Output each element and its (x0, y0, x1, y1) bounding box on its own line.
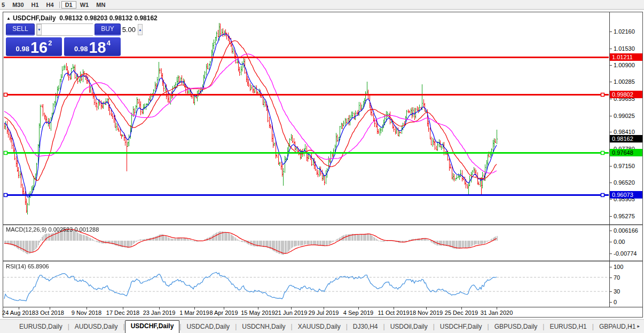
buy-price-pip: 4 (107, 39, 111, 47)
price-tick-mark (610, 99, 612, 99)
indicator-tick-mark (610, 291, 612, 292)
price-level-tag: 0.99802 (610, 91, 642, 98)
date-axis[interactable]: 24 Aug 20183 Oct 20189 Nov 201817 Dec 20… (3, 307, 609, 318)
chart-title: ▲USDCHF,Daily 0.98132 0.98203 0.98132 0.… (6, 14, 158, 22)
chart-tab-dj30-h4[interactable]: DJ30,H4 (348, 321, 383, 333)
collapse-icon[interactable]: ▲ (6, 16, 11, 21)
date-tick-label: 4 Sep 2019 (343, 310, 373, 316)
date-axis-border (3, 307, 642, 307)
indicator-tick-label: 0 (614, 299, 617, 305)
indicator-tick-label: 70 (614, 274, 620, 281)
chart-tab-usdcad-daily[interactable]: USDCAD,Daily (181, 321, 235, 333)
volume-stepper: ▼ ▲ (36, 23, 93, 36)
price-tick-mark (610, 49, 612, 49)
chart-tab-audusd-daily[interactable]: AUDUSD,Daily (69, 321, 123, 333)
chart-tab-eurusd-h1[interactable]: EURUSD,H1 (544, 321, 592, 333)
price-tick-label: 0.99025 (614, 113, 635, 119)
price-tick-mark (610, 132, 612, 132)
price-tick-label: 0.98410 (614, 129, 635, 135)
indicator-tick-label: 100 (614, 264, 623, 270)
chart-tab-bar: ◂ ▸EURUSD,Daily|AUDUSD,Daily|USDCHF,Dail… (0, 319, 644, 333)
indicator-tick-mark (610, 302, 612, 303)
price-level-tag: 0.98162 (610, 135, 642, 142)
date-tick-label: 15 May 2019 (241, 310, 275, 316)
date-tick-label: 21 Jun 2019 (275, 310, 308, 316)
rsi-axis: 10070300 (610, 261, 642, 307)
date-tick-label: 18 Nov 2019 (410, 310, 443, 316)
indicator-tick-label: 0.006166 (614, 227, 638, 234)
chart-tab-usdchf-daily[interactable]: USDCHF,Daily (125, 320, 180, 333)
volume-input[interactable] (42, 24, 138, 35)
price-tick-mark (610, 166, 612, 166)
price-level-tag: 0.97648 (610, 149, 642, 156)
date-tick-label: 17 Dec 2018 (106, 310, 139, 316)
chart-tab-usdoil-daily[interactable]: USDOil,Daily (385, 321, 433, 333)
sell-price-main: 16 (30, 41, 48, 54)
price-tick-mark (610, 82, 612, 82)
macd-panel-splitter[interactable] (3, 224, 642, 225)
price-tick-label: 0.95275 (614, 213, 635, 219)
price-level-tag: 1.01211 (610, 53, 642, 61)
indicator-tick-label: -0.00774 (614, 250, 637, 257)
date-tick-label: 29 Jul 2019 (309, 310, 339, 316)
timeframe-button-h1[interactable]: H1 (28, 1, 43, 9)
chart-tab-eurusd-daily[interactable]: EURUSD,Daily (14, 321, 68, 333)
timeframe-button-5[interactable]: 5 (0, 1, 9, 9)
chart-symbol-label: USDCHF,Daily (13, 14, 56, 22)
price-tick-label: 1.02160 (614, 28, 635, 35)
indicator-tick-mark (610, 242, 612, 242)
chart-window: ▲USDCHF,Daily 0.98132 0.98203 0.98132 0.… (3, 12, 643, 318)
chart-ohlc-values: 0.98132 0.98203 0.98132 0.98162 (59, 14, 158, 22)
timeframe-button-h4[interactable]: H4 (43, 1, 58, 9)
price-level-tag: 0.96073 (610, 191, 642, 199)
macd-label: MACD(12,26,9) 0.002523 0.001288 (6, 226, 99, 233)
date-tick-label: 3 Oct 2018 (35, 310, 64, 316)
price-tick-label: 1.00285 (614, 78, 635, 85)
chart-tab-gbpusd-daily[interactable]: GBPUSD,Daily (489, 321, 543, 333)
price-tick-label: 1.00900 (614, 62, 635, 68)
indicator-tick-label: 0.00 (614, 239, 625, 245)
date-tick-label: 23 Jan 2019 (143, 310, 176, 316)
sell-button[interactable]: SELL (6, 23, 35, 36)
indicator-tick-mark (610, 253, 612, 254)
price-tick-mark (610, 31, 612, 32)
sell-price-pip: 2 (48, 39, 52, 47)
date-tick-label: 8 Apr 2019 (209, 310, 238, 316)
timeframe-button-m30[interactable]: M30 (9, 1, 27, 9)
mt4-application: 5M30H1H4D1W1MN ▲USDCHF,Daily 0.98132 0.9… (0, 0, 644, 333)
price-tick-mark (610, 216, 612, 217)
price-tick-mark (610, 183, 612, 183)
one-click-trading-panel: SELL ▼ ▲ BUY 0.98 16 2 0.98 18 4 (5, 23, 122, 56)
buy-price-tile[interactable]: 0.98 18 4 (64, 37, 121, 56)
rsi-panel-splitter[interactable] (3, 260, 642, 261)
price-tick-label: 0.97150 (614, 163, 635, 169)
timeframe-button-d1[interactable]: D1 (61, 1, 76, 9)
buy-button[interactable]: BUY (95, 23, 121, 36)
timeframe-button-mn[interactable]: MN (92, 1, 109, 9)
timeframe-toolbar: 5M30H1H4D1W1MN (0, 0, 644, 10)
timeframe-button-w1[interactable]: W1 (76, 1, 93, 9)
date-tick-label: 31 Jan 2020 (481, 310, 513, 316)
chart-tab-usdcnh-daily[interactable]: USDCNH,Daily (237, 321, 290, 333)
volume-decrease-icon[interactable]: ▼ (37, 24, 42, 35)
indicator-tick-label: 30 (614, 288, 620, 295)
rsi-indicator-canvas[interactable] (3, 261, 609, 307)
sell-price-tile[interactable]: 0.98 16 2 (6, 37, 62, 56)
indicator-tick-mark (610, 278, 612, 278)
rsi-label: RSI(14) 65.8906 (6, 263, 49, 269)
volume-increase-icon[interactable]: ▲ (138, 24, 143, 35)
indicator-tick-mark (610, 231, 612, 231)
tab-scroll-arrows-icon[interactable]: ◂ ▸ (629, 323, 642, 329)
price-tick-label: 0.96520 (614, 179, 635, 186)
chart-tab-xauusd-daily[interactable]: XAUUSD,Daily (293, 321, 346, 333)
indicator-tick-mark (610, 267, 612, 267)
toolbar-separator (59, 2, 60, 8)
sell-price-prefix: 0.98 (16, 45, 29, 53)
date-tick-label: 9 Nov 2018 (72, 310, 101, 316)
macd-axis: 0.0061660.00-0.00774 (610, 225, 642, 260)
price-tick-label: 1.01530 (614, 45, 635, 52)
buy-price-main: 18 (89, 41, 106, 54)
buy-price-prefix: 0.98 (74, 45, 88, 53)
chart-tab-usdchf-daily[interactable]: USDCHF,Daily (435, 321, 488, 333)
date-tick-label: 24 Aug 2018 (2, 310, 35, 316)
